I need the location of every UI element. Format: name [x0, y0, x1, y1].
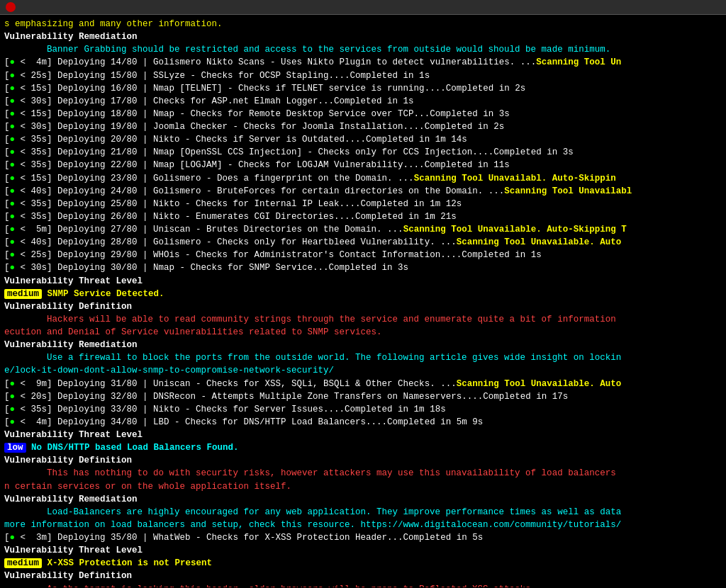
terminal-line: [● < 35s] Deploying 22/80 | Nmap [LOGJAM… — [4, 159, 722, 171]
terminal-line: Banner Grabbing should be restricted and… — [4, 43, 722, 56]
terminal-output: s emphasizing and many other information… — [0, 15, 726, 587]
terminal-line: [● < 15s] Deploying 18/80 | Nmap - Check… — [4, 108, 722, 120]
terminal-line: more information on load balancers and s… — [4, 519, 722, 531]
terminal-line: [● < 35s] Deploying 20/80 | Nikto - Chec… — [4, 133, 722, 146]
terminal-line: Vulnerability Remediation — [4, 339, 722, 351]
terminal-line: [● < 3m] Deploying 35/80 | WhatWeb - Che… — [4, 531, 722, 544]
terminal-line: [● < 30s] Deploying 30/80 | Nmap - Check… — [4, 261, 722, 274]
terminal-line: Use a firewall to block the ports from t… — [4, 351, 722, 364]
badge-medium: medium — [4, 289, 42, 299]
terminal-line: [● < 15s] Deploying 23/80 | Golismero - … — [4, 172, 722, 185]
terminal-line: [● < 30s] Deploying 19/80 | Joomla Check… — [4, 120, 722, 133]
terminal-line: Vulnerability Threat Level — [4, 429, 722, 441]
terminal-line: [● < 40s] Deploying 28/80 | Golismero - … — [4, 236, 722, 249]
terminal-line: Load-Balancers are highly encouraged for… — [4, 506, 722, 519]
terminal-line: [● < 5m] Deploying 27/80 | Uniscan - Bru… — [4, 223, 722, 236]
terminal-line: [● < 25s] Deploying 29/80 | WHOis - Chec… — [4, 249, 722, 261]
terminal-line: [● < 30s] Deploying 17/80 | Checks for A… — [4, 95, 722, 108]
terminal-line: [● < 4m] Deploying 34/80 | LBD - Checks … — [4, 416, 722, 429]
terminal-line: Vulnerability Definition — [4, 570, 722, 582]
title-bar — [0, 0, 726, 15]
terminal-line: [● < 9m] Deploying 31/80 | Uniscan - Che… — [4, 378, 722, 390]
terminal-line: Vulnerability Threat Level — [4, 544, 722, 557]
badge-low: low — [4, 443, 26, 453]
terminal-line: [● < 40s] Deploying 24/80 | Golismero - … — [4, 185, 722, 198]
terminal-icon — [6, 2, 16, 12]
terminal-line: [● < 35s] Deploying 26/80 | Nikto - Enum… — [4, 210, 722, 223]
terminal-line: Vulnerability Definition — [4, 454, 722, 467]
terminal-line: ecution and Denial of Service vulnerabil… — [4, 326, 722, 339]
terminal-line: [● < 4m] Deploying 14/80 | Golismero Nik… — [4, 56, 722, 69]
terminal-line: [● < 35s] Deploying 33/80 | Nikto - Chec… — [4, 403, 722, 416]
terminal-line: s emphasizing and many other information… — [4, 18, 722, 30]
terminal-line: [● < 15s] Deploying 16/80 | Nmap [TELNET… — [4, 82, 722, 95]
terminal-line: Hackers will be able to read community s… — [4, 313, 722, 326]
terminal-line: Vulnerability Remediation — [4, 30, 722, 43]
terminal-line: This has nothing to do with security ris… — [4, 467, 722, 480]
terminal-line: medium X-XSS Protection is not Present — [4, 557, 722, 570]
terminal-line: Vulnerability Remediation — [4, 493, 722, 506]
terminal-line: [● < 20s] Deploying 32/80 | DNSRecon - A… — [4, 390, 722, 403]
terminal-line: Vulnerability Threat Level — [4, 275, 722, 288]
terminal-line: medium SNMP Service Detected. — [4, 288, 722, 300]
terminal-line: [● < 35s] Deploying 25/80 | Nikto - Chec… — [4, 198, 722, 210]
terminal-line: [● < 35s] Deploying 21/80 | Nmap [OpenSS… — [4, 146, 722, 159]
terminal-line: low No DNS/HTTP based Load Balancers Fou… — [4, 441, 722, 454]
terminal-line: e/lock-it-down-dont-allow-snmp-to-compro… — [4, 364, 722, 377]
terminal-line: n certain services or on the whole appli… — [4, 480, 722, 493]
badge-medium: medium — [4, 558, 42, 568]
terminal-line: [● < 25s] Deploying 15/80 | SSLyze - Che… — [4, 69, 722, 82]
terminal-line: As the target is lacking this header, ol… — [4, 583, 722, 588]
terminal-line: Vulnerability Definition — [4, 300, 722, 313]
